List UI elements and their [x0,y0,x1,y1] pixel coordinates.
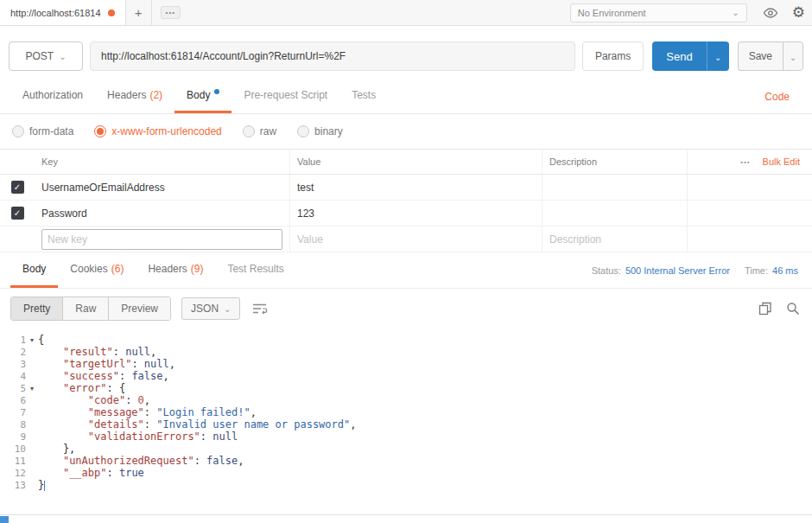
kv-cell-value[interactable]: test [290,175,542,200]
new-tab-button[interactable]: + [126,0,152,25]
tab-label: Test Results [227,263,283,275]
request-builder: POST ⌄ Params Send ⌄ Save ⌄ [0,26,812,80]
topbar: http://localhost:61814 + ••• No Environm… [0,0,812,26]
scroll-indicator [0,516,9,523]
view-pretty-button[interactable]: Pretty [11,297,63,320]
environment-quick-look-button[interactable] [756,0,785,25]
kv-row: ✓ UsernameOrEmailAddress test [0,175,812,201]
save-button[interactable]: Save [738,41,783,71]
kv-key-text: UsernameOrEmailAddress [41,182,165,194]
more-options-icon[interactable]: ••• [740,158,750,166]
response-tab-test-results[interactable]: Test Results [215,252,295,288]
new-key-input[interactable] [41,229,282,250]
view-preview-button[interactable]: Preview [109,297,170,320]
mode-label: binary [314,125,343,137]
chevron-down-icon: ⌄ [790,53,796,62]
ellipsis-icon: ••• [161,6,181,19]
check-icon: ✓ [14,209,21,218]
new-description-input[interactable] [549,233,680,246]
fold-toggle-icon[interactable]: ▾ [26,385,38,392]
kv-cell-key[interactable]: UsernameOrEmailAddress [35,175,290,200]
kv-value-text: test [297,182,314,194]
kv-new-row [0,226,812,252]
mode-x-www-form-urlencoded[interactable]: x-www-form-urlencoded [94,125,221,137]
kv-header-row: Key Value Description ••• Bulk Edit [0,149,812,175]
bulk-edit-link[interactable]: Bulk Edit [763,156,800,167]
mode-form-data[interactable]: form-data [12,125,73,137]
gutter-line: 5▾ [0,382,38,394]
gutter-line: 2 [0,346,38,358]
tab-tests[interactable]: Tests [339,80,388,113]
search-response-button[interactable] [784,302,802,316]
params-button[interactable]: Params [582,41,644,71]
environment-selector[interactable]: No Environment ⌄ [570,3,747,22]
wrap-lines-button[interactable] [251,303,270,315]
kv-cell-key[interactable]: Password [35,201,290,226]
tab-headers[interactable]: Headers (2) [95,80,174,113]
kv-cell-actions [688,226,812,252]
chevron-down-icon: ⌄ [224,304,231,314]
body-populated-dot [214,89,219,94]
mode-raw[interactable]: raw [243,125,276,137]
topbar-spacer [189,0,570,25]
gutter: 1▾2345▾678910111213 [0,334,38,514]
response-body-editor[interactable]: 1▾2345▾678910111213 { "result": null, "t… [0,328,812,514]
row-checkbox-checked[interactable]: ✓ [11,181,24,194]
gutter-line: 13 [0,479,38,491]
kv-cell-actions [688,175,812,200]
gutter-line: 7 [0,406,38,418]
radio-icon [297,125,309,137]
code-line: } [38,479,812,491]
save-options-button[interactable]: ⌄ [783,41,803,71]
code-line: "__abp": true [38,467,812,479]
gutter-line: 8 [0,418,38,431]
gutter-line: 10 [0,443,38,455]
kv-header-actions: ••• Bulk Edit [688,150,812,174]
response-tab-cookies[interactable]: Cookies (6) [58,252,136,288]
row-checkbox-checked[interactable]: ✓ [11,207,24,220]
copy-icon [758,302,772,316]
chevron-down-icon: ⌄ [732,8,739,17]
code-line: "result": null, [38,346,812,358]
copy-response-button[interactable] [757,302,774,316]
url-input[interactable] [90,41,575,71]
tab-title: http://localhost:61814 [10,8,101,18]
tab-label: Body [187,89,210,101]
kv-cell-description[interactable] [542,175,688,200]
code-line: "unAuthorizedRequest": false, [38,455,812,467]
tab-body[interactable]: Body [174,80,232,113]
language-selector[interactable]: JSON ⌄ [181,297,240,320]
kv-cell-key [35,226,290,252]
gear-icon: ⚙ [792,3,805,22]
tab-count: (2) [149,89,162,101]
editor-footer [0,514,812,523]
send-options-button[interactable]: ⌄ [707,41,729,71]
tab-authorization[interactable]: Authorization [10,80,95,113]
response-tab-headers[interactable]: Headers (9) [136,252,215,288]
mode-binary[interactable]: binary [297,125,343,137]
response-tab-body[interactable]: Body [10,252,58,288]
gutter-line: 11 [0,455,38,467]
tab-options-button[interactable]: ••• [152,0,189,25]
body-type-selector: form-data x-www-form-urlencoded raw bina… [0,114,812,149]
send-button[interactable]: Send [652,41,706,71]
gutter-line: 4 [0,370,38,382]
wrap-lines-icon [252,303,268,315]
code-line: }, [38,443,812,455]
new-value-input[interactable] [297,233,535,246]
kv-cell-value[interactable]: 123 [290,201,542,226]
kv-cell-description[interactable] [542,201,688,226]
tab-pre-request-script[interactable]: Pre-request Script [232,80,339,113]
text-cursor [44,481,45,491]
code-link[interactable]: Code [764,80,802,113]
gutter-line: 12 [0,467,38,479]
tab-label: Tests [352,89,376,101]
settings-button[interactable]: ⚙ [785,0,812,25]
kv-cell-actions [688,201,812,226]
language-label: JSON [191,303,219,315]
request-tab[interactable]: http://localhost:61814 [0,0,126,25]
code-line: "targetUrl": null, [38,358,812,370]
method-selector[interactable]: POST ⌄ [9,41,83,71]
view-raw-button[interactable]: Raw [63,297,109,320]
fold-toggle-icon[interactable]: ▾ [26,336,38,344]
